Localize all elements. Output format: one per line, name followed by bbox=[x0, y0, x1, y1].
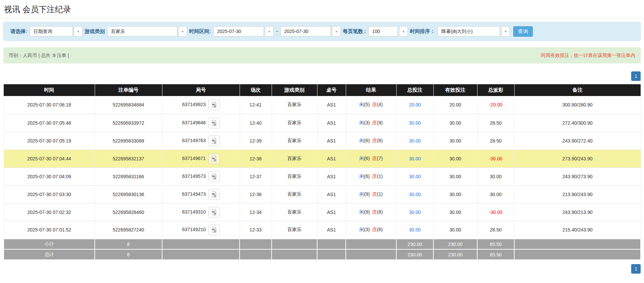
chevron-down-icon[interactable]: ▾ bbox=[501, 26, 510, 36]
cell-result: 闲(5)庄(4) bbox=[346, 96, 396, 114]
video-file-icon bbox=[211, 137, 217, 144]
sort-order-select[interactable]: 降幂(由大到小) ▾ bbox=[437, 26, 510, 36]
cell-game-type: 百家乐 bbox=[272, 114, 317, 132]
cell-time: 2025-07-30 07:04:09 bbox=[4, 167, 95, 185]
cell-table-no: AS1 bbox=[317, 185, 346, 203]
cell-time: 2025-07-30 07:05:19 bbox=[4, 132, 95, 150]
subtotal-total-bet: 230.00 bbox=[396, 239, 433, 249]
cell-remark: 243.90/213.90 bbox=[514, 203, 641, 221]
cell-result: 闲(3)庄(9) bbox=[346, 114, 396, 132]
video-file-icon bbox=[211, 226, 217, 233]
total-bet-link[interactable]: 30.00 bbox=[409, 174, 421, 179]
total-row: 总计 8 230.00 230.00 65.50 bbox=[4, 249, 641, 260]
cell-session: 12-41 bbox=[240, 96, 272, 114]
cell-total-bet: 30.00 bbox=[396, 221, 433, 239]
cell-total-bet: 30.00 bbox=[396, 132, 433, 150]
cell-bet-id: 522695830136 bbox=[95, 185, 162, 203]
col-bet-id: 注单编号 bbox=[95, 84, 162, 96]
cell-payout: -20.00 bbox=[477, 96, 514, 114]
player-points: (6) bbox=[364, 174, 370, 179]
video-replay-button[interactable] bbox=[208, 189, 220, 200]
sort-order-value: 降幂(由大到小) bbox=[437, 26, 500, 36]
cell-payout: -30.00 bbox=[477, 203, 514, 221]
chevron-down-icon[interactable]: ▾ bbox=[74, 26, 83, 36]
page-size-label: 每页笔数 : bbox=[343, 28, 366, 35]
total-label: 总计 bbox=[4, 249, 95, 260]
video-file-icon bbox=[211, 101, 217, 108]
col-session: 场次 bbox=[240, 84, 272, 96]
chevron-down-icon[interactable]: ▾ bbox=[265, 26, 274, 36]
video-replay-button[interactable] bbox=[208, 224, 220, 235]
subtotal-label: 小计 bbox=[4, 239, 95, 249]
round-id-text: 637149310 bbox=[182, 209, 206, 214]
date-to-select[interactable]: 2025-07-30 ▾ bbox=[280, 26, 341, 36]
cell-total-bet: 30.00 bbox=[396, 185, 433, 203]
chevron-down-icon[interactable]: ▾ bbox=[399, 26, 408, 36]
banker-label: 庄 bbox=[372, 174, 377, 179]
total-bet-link[interactable]: 30.00 bbox=[409, 120, 421, 126]
pagination-bottom: 1 bbox=[3, 264, 641, 274]
cell-bet-id: 522695831166 bbox=[95, 167, 162, 185]
total-bet-link[interactable]: 30.00 bbox=[409, 210, 421, 215]
query-type-select[interactable]: 日期查询 ▾ bbox=[30, 26, 83, 36]
filter-bar: 请选择: 日期查询 ▾ 游戏类别 百家乐 ▾ 时间区间: 2025-07-30 … bbox=[3, 22, 641, 41]
total-bet-link[interactable]: 30.00 bbox=[409, 192, 421, 197]
page-size-value: 100 bbox=[368, 26, 398, 36]
cell-valid-bet: 30.00 bbox=[433, 203, 477, 221]
page-1-button[interactable]: 1 bbox=[631, 264, 641, 274]
banker-points: (1) bbox=[377, 174, 383, 179]
cell-valid-bet: 30.00 bbox=[433, 114, 477, 132]
video-replay-button[interactable] bbox=[208, 135, 220, 146]
player-points: (3) bbox=[364, 227, 370, 232]
total-bet-link[interactable]: 30.00 bbox=[409, 138, 421, 144]
page-size-select[interactable]: 100 ▾ bbox=[368, 26, 408, 36]
col-payout: 总派彩 bbox=[477, 84, 514, 96]
payout-value: 28.50 bbox=[490, 138, 501, 144]
table-row: 2025-07-30 07:01:52 522695827240 6371492… bbox=[4, 221, 641, 239]
chevron-down-icon[interactable]: ▾ bbox=[332, 26, 341, 36]
banker-points: (1) bbox=[377, 191, 383, 197]
round-id-text: 637149923 bbox=[182, 102, 206, 107]
cell-valid-bet: 30.00 bbox=[433, 167, 477, 185]
total-bet-link[interactable]: 30.00 bbox=[409, 227, 421, 232]
payout-value: -30.00 bbox=[489, 156, 502, 161]
cell-result: 闲(6)庄(8) bbox=[346, 132, 396, 150]
date-to-value: 2025-07-30 bbox=[280, 26, 331, 36]
cell-payout: 30.00 bbox=[477, 185, 514, 203]
banker-label: 庄 bbox=[372, 209, 377, 215]
cell-result: 闲(6)庄(1) bbox=[346, 167, 396, 185]
video-replay-button[interactable] bbox=[208, 99, 220, 110]
cell-bet-id: 522695827240 bbox=[95, 221, 162, 239]
page-1-button[interactable]: 1 bbox=[631, 71, 641, 81]
total-bet-link[interactable]: 30.00 bbox=[409, 156, 421, 161]
video-replay-button[interactable] bbox=[208, 153, 220, 164]
player-points: (6) bbox=[364, 156, 370, 161]
query-type-label: 请选择: bbox=[10, 28, 27, 35]
cell-result: 闲(9)庄(8) bbox=[346, 203, 396, 221]
round-id-text: 637149573 bbox=[182, 173, 206, 179]
cell-session: 12-38 bbox=[240, 150, 272, 167]
table-row: 2025-07-30 07:04:44 522695832137 6371496… bbox=[4, 150, 641, 167]
round-id-text: 637149210 bbox=[182, 227, 206, 232]
video-replay-button[interactable] bbox=[208, 171, 220, 182]
table-row: 2025-07-30 07:03:30 522695830136 6371494… bbox=[4, 185, 641, 203]
cell-remark: 213.90/243.90 bbox=[514, 185, 641, 203]
game-type-select[interactable]: 百家乐 ▾ bbox=[107, 26, 187, 36]
cell-payout: 28.50 bbox=[477, 114, 514, 132]
query-type-value: 日期查询 bbox=[30, 26, 73, 36]
banker-label: 庄 bbox=[372, 102, 377, 107]
cell-remark: 215.40/243.90 bbox=[514, 221, 641, 239]
cell-payout: 28.50 bbox=[477, 221, 514, 239]
cell-total-bet: 20.00 bbox=[396, 96, 433, 114]
cell-payout: 30.00 bbox=[477, 167, 514, 185]
video-replay-button[interactable] bbox=[208, 207, 220, 218]
total-count: 8 bbox=[95, 249, 162, 260]
banker-label: 庄 bbox=[372, 156, 377, 161]
date-from-select[interactable]: 2025-07-30 ▾ bbox=[213, 26, 274, 36]
video-replay-button[interactable] bbox=[208, 118, 220, 128]
search-button[interactable]: 查询 bbox=[513, 26, 533, 37]
cell-session: 12-39 bbox=[240, 132, 272, 150]
total-bet-link[interactable]: 20.00 bbox=[409, 102, 421, 107]
col-table-no: 桌号 bbox=[317, 84, 346, 96]
chevron-down-icon[interactable]: ▾ bbox=[178, 26, 187, 36]
